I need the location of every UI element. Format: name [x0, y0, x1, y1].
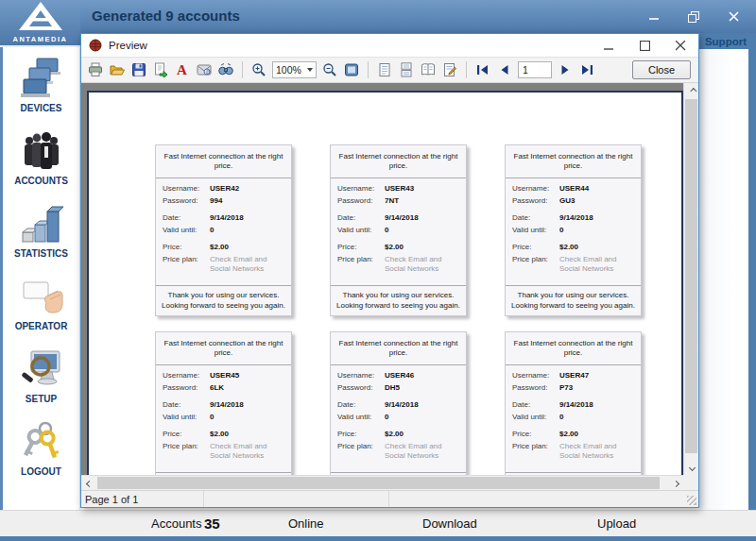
date-value: 9/14/2018	[385, 400, 459, 410]
date-label: Date:	[512, 213, 559, 223]
pdf-icon[interactable]: A	[174, 61, 191, 78]
zoom-in-icon[interactable]	[250, 61, 267, 78]
scroll-left-icon[interactable]	[81, 476, 96, 491]
voucher-row-valid-until: Valid until: 0	[163, 413, 284, 422]
sidebar-item-devices[interactable]: DEVICES	[3, 55, 79, 127]
voucher-row-password: Password: 6LK	[163, 383, 284, 393]
save-icon[interactable]	[130, 61, 147, 78]
price-plan-label: Price plan:	[163, 442, 210, 461]
username-label: Username:	[337, 184, 385, 194]
username-value: USER42	[210, 184, 284, 194]
password-value: DH5	[385, 383, 459, 393]
upload-status-label: Upload	[597, 516, 636, 531]
voucher-card: Fast Internet connection at the right pr…	[330, 144, 467, 316]
voucher-header: Fast Internet connection at the right pr…	[331, 332, 466, 365]
main-titlebar[interactable]: Generated 9 accounts	[0, 0, 756, 33]
username-label: Username:	[337, 371, 385, 380]
voucher-body: Username: USER42 Password: 994 Date: 9/1…	[156, 178, 291, 285]
scroll-right-icon[interactable]	[668, 476, 683, 491]
voucher-footer: Thank you for using our services. Lookin…	[156, 285, 291, 315]
zoom-level-value: 100%	[276, 64, 301, 76]
dialog-maximize-icon[interactable]	[627, 34, 662, 57]
sidebar-item-label: SETUP	[26, 394, 57, 404]
sidebar-item-label: ACCOUNTS	[14, 176, 68, 186]
price-value: $2.00	[559, 430, 634, 439]
accounts-count-label: Accounts	[151, 516, 201, 531]
find-icon[interactable]	[217, 61, 234, 78]
restore-icon[interactable]	[680, 7, 707, 27]
valid-until-label: Valid until:	[163, 413, 210, 422]
voucher-row-date: Date: 9/14/2018	[512, 400, 634, 410]
preview-titlebar[interactable]: Preview	[81, 34, 698, 57]
sidebar-item-operator[interactable]: OPERATOR	[3, 273, 79, 346]
voucher-row-price-plan: Price plan: Check Email and Social Netwo…	[163, 442, 284, 461]
scrollbar-corner	[683, 475, 698, 490]
page-number-input[interactable]	[518, 61, 552, 78]
date-label: Date:	[337, 213, 385, 223]
next-page-icon[interactable]	[557, 61, 574, 78]
print-icon[interactable]	[87, 61, 104, 78]
password-label: Password:	[163, 196, 210, 206]
logout-icon	[19, 418, 64, 465]
scroll-up-icon[interactable]	[684, 83, 699, 98]
email-icon[interactable]: @	[196, 61, 213, 78]
sidebar-item-statistics[interactable]: STATISTICS	[3, 200, 79, 273]
page-single-icon[interactable]	[376, 61, 393, 78]
username-value: USER44	[559, 184, 634, 194]
vertical-scrollbar[interactable]	[683, 83, 698, 475]
sidebar-item-logout[interactable]: LOGOUT	[3, 418, 79, 491]
voucher-row-date: Date: 9/14/2018	[163, 213, 284, 223]
horizontal-scrollbar[interactable]	[81, 475, 683, 490]
voucher-row-price-plan: Price plan: Check Email and Social Netwo…	[337, 442, 459, 461]
toolbar-separator	[242, 61, 243, 78]
whole-page-icon[interactable]	[343, 61, 360, 78]
voucher-row-price-plan: Price plan: Check Email and Social Netwo…	[512, 255, 634, 274]
dialog-title: Preview	[109, 40, 147, 51]
export-icon[interactable]	[152, 61, 169, 78]
price-value: $2.00	[385, 243, 459, 252]
price-plan-value: Check Email and Social Networks	[385, 442, 459, 461]
voucher-header: Fast Internet connection at the right pr…	[506, 145, 641, 178]
zoom-level-dropdown[interactable]: 100%	[272, 61, 317, 78]
sidebar-item-label: LOGOUT	[21, 466, 61, 477]
close-icon[interactable]	[720, 7, 747, 27]
prev-page-icon[interactable]	[496, 61, 513, 78]
sidebar-item-accounts[interactable]: ACCOUNTS	[3, 127, 79, 200]
page-setup-icon[interactable]	[441, 61, 458, 78]
chevron-down-icon	[307, 68, 313, 72]
vertical-scroll-thumb[interactable]	[685, 99, 697, 453]
voucher-row-price-plan: Price plan: Check Email and Social Netwo…	[512, 442, 634, 461]
voucher-row-price: Price: $2.00	[337, 430, 459, 439]
first-page-icon[interactable]	[474, 61, 491, 78]
sidebar-item-label: DEVICES	[21, 103, 62, 113]
horizontal-scroll-thumb[interactable]	[97, 477, 660, 489]
dialog-minimize-icon[interactable]	[591, 34, 627, 57]
voucher-row-valid-until: Valid until: 0	[337, 226, 459, 235]
voucher-footer: Thank you for using our services. Lookin…	[506, 285, 641, 315]
voucher-row-password: Password: DH5	[337, 383, 459, 393]
last-page-icon[interactable]	[578, 61, 595, 78]
support-link[interactable]: Support	[705, 36, 747, 47]
page-continuous-icon[interactable]	[398, 61, 415, 78]
voucher-row-price-plan: Price plan: Check Email and Social Netwo…	[337, 255, 459, 274]
zoom-out-icon[interactable]	[321, 61, 338, 78]
svg-text:@: @	[205, 69, 211, 75]
logo-a-icon	[19, 2, 62, 30]
sidebar-item-setup[interactable]: SETUP	[3, 346, 79, 418]
minimize-icon[interactable]	[641, 7, 667, 27]
page-facing-icon[interactable]	[420, 61, 437, 78]
voucher-row-price-plan: Price plan: Check Email and Social Netwo…	[163, 255, 284, 274]
close-preview-button[interactable]: Close	[632, 60, 691, 79]
setup-icon	[19, 346, 64, 393]
preview-viewport: Fast Internet connection at the right pr…	[81, 83, 683, 475]
voucher-row-valid-until: Valid until: 0	[512, 226, 634, 235]
open-icon[interactable]	[109, 61, 126, 78]
window-controls	[641, 0, 747, 33]
voucher-header: Fast Internet connection at the right pr…	[506, 332, 641, 365]
date-value: 9/14/2018	[559, 213, 634, 223]
voucher-row-password: Password: 994	[163, 196, 284, 206]
scroll-down-icon[interactable]	[684, 460, 699, 475]
voucher-row-price: Price: $2.00	[337, 243, 459, 252]
dialog-close-icon[interactable]	[662, 34, 698, 57]
resize-grip[interactable]	[687, 496, 696, 505]
